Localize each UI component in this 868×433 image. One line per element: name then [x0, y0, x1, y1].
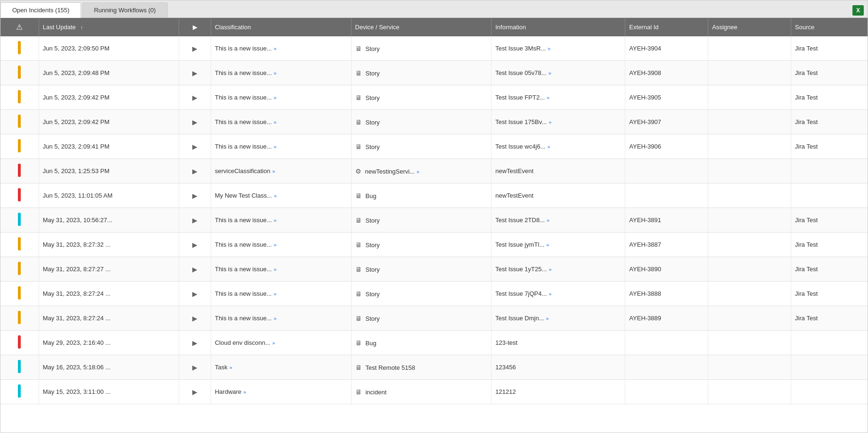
device-text: Story: [365, 45, 379, 52]
col-header-information[interactable]: Information: [491, 18, 625, 36]
table-row[interactable]: Jun 5, 2023, 2:09:42 PM▶This is a new is…: [0, 110, 868, 134]
information-link-arrow[interactable]: »: [546, 46, 550, 51]
play-button[interactable]: ▶: [192, 388, 197, 396]
play-button[interactable]: ▶: [192, 290, 197, 298]
play-cell[interactable]: ▶: [179, 306, 211, 331]
table-row[interactable]: Jun 5, 2023, 2:09:50 PM▶This is a new is…: [0, 36, 868, 61]
col-header-classification[interactable]: Classification: [211, 18, 351, 36]
information-link-arrow[interactable]: »: [545, 95, 549, 100]
classification-link-arrow[interactable]: »: [272, 70, 277, 76]
classification-link-arrow[interactable]: »: [272, 95, 277, 100]
device-link-arrow[interactable]: »: [415, 169, 419, 175]
table-row[interactable]: May 31, 2023, 8:27:27 ...▶This is a new …: [0, 257, 868, 282]
device-cell: 🖥 Story: [351, 257, 491, 282]
severity-bar: [18, 262, 21, 275]
play-cell[interactable]: ▶: [179, 355, 211, 380]
play-cell[interactable]: ▶: [179, 380, 211, 404]
information-link-arrow[interactable]: »: [547, 70, 551, 76]
table-row[interactable]: May 31, 2023, 10:56:27...▶This is a new …: [0, 208, 868, 233]
classification-cell: This is a new issue... »: [211, 282, 351, 306]
tab-open-incidents[interactable]: Open Incidents (155): [0, 2, 81, 18]
play-button[interactable]: ▶: [192, 216, 197, 224]
classification-link-arrow[interactable]: »: [271, 340, 275, 346]
device-cell: 🖥 Bug: [351, 331, 491, 355]
classification-link-arrow[interactable]: »: [272, 291, 277, 297]
information-link-arrow[interactable]: »: [547, 266, 551, 272]
device-cell: 🖥 incident: [351, 380, 491, 404]
table-row[interactable]: May 29, 2023, 2:16:40 ...▶Cloud env disc…: [0, 331, 868, 355]
externalid-cell: AYEH-3888: [625, 282, 708, 306]
play-cell[interactable]: ▶: [179, 110, 211, 134]
play-button[interactable]: ▶: [192, 241, 197, 249]
play-button[interactable]: ▶: [192, 45, 197, 52]
information-text: Test Issue 7jQP4...: [495, 290, 547, 297]
play-cell[interactable]: ▶: [179, 159, 211, 183]
table-row[interactable]: May 31, 2023, 8:27:24 ...▶This is a new …: [0, 306, 868, 331]
classification-link-arrow[interactable]: »: [242, 389, 246, 395]
classification-link-arrow[interactable]: »: [228, 365, 232, 370]
classification-link-arrow[interactable]: »: [272, 217, 277, 223]
classification-link-arrow[interactable]: »: [272, 46, 277, 51]
externalid-cell: AYEH-3887: [625, 233, 708, 257]
information-link-arrow[interactable]: »: [547, 119, 551, 125]
play-button[interactable]: ▶: [192, 69, 197, 77]
severity-bar: [18, 360, 21, 373]
col-header-device[interactable]: Device / Service: [351, 18, 491, 36]
severity-cell: [0, 257, 39, 282]
play-button[interactable]: ▶: [192, 143, 197, 150]
classification-link-arrow[interactable]: »: [272, 144, 277, 150]
information-link-arrow[interactable]: »: [545, 316, 549, 321]
classification-link-arrow[interactable]: »: [272, 242, 277, 248]
tab-running-workflows[interactable]: Running Workflows (0): [82, 2, 167, 17]
information-link-arrow[interactable]: »: [546, 144, 550, 150]
table-row[interactable]: Jun 5, 2023, 2:09:42 PM▶This is a new is…: [0, 85, 868, 110]
play-cell[interactable]: ▶: [179, 61, 211, 85]
assignee-cell: [708, 282, 791, 306]
excel-export-button[interactable]: X: [852, 5, 864, 16]
play-cell[interactable]: ▶: [179, 257, 211, 282]
play-button[interactable]: ▶: [192, 167, 197, 175]
play-cell[interactable]: ▶: [179, 134, 211, 159]
play-cell[interactable]: ▶: [179, 331, 211, 355]
classification-link-arrow[interactable]: »: [272, 119, 277, 125]
monitor-icon: 🖥: [355, 364, 364, 371]
table-row[interactable]: Jun 5, 2023, 1:25:53 PM▶serviceClassific…: [0, 159, 868, 183]
classification-text: This is a new issue...: [215, 241, 272, 248]
classification-link-arrow[interactable]: »: [272, 266, 277, 272]
monitor-icon: 🖥: [355, 266, 364, 273]
classification-link-arrow[interactable]: »: [272, 193, 277, 199]
table-row[interactable]: May 31, 2023, 8:27:24 ...▶This is a new …: [0, 282, 868, 306]
play-cell[interactable]: ▶: [179, 36, 211, 61]
table-row[interactable]: Jun 5, 2023, 2:09:48 PM▶This is a new is…: [0, 61, 868, 85]
col-header-externalid[interactable]: External Id: [625, 18, 708, 36]
play-cell[interactable]: ▶: [179, 183, 211, 208]
col-header-assignee[interactable]: Assignee: [708, 18, 791, 36]
table-row[interactable]: May 31, 2023, 8:27:32 ...▶This is a new …: [0, 233, 868, 257]
play-cell[interactable]: ▶: [179, 282, 211, 306]
information-text: newTestEvent: [495, 167, 533, 175]
play-cell[interactable]: ▶: [179, 85, 211, 110]
severity-cell: [0, 36, 39, 61]
device-text: Bug: [365, 192, 376, 200]
table-row[interactable]: Jun 5, 2023, 2:09:41 PM▶This is a new is…: [0, 134, 868, 159]
play-button[interactable]: ▶: [192, 364, 197, 371]
play-cell[interactable]: ▶: [179, 233, 211, 257]
play-button[interactable]: ▶: [192, 192, 197, 200]
play-button[interactable]: ▶: [192, 266, 197, 273]
play-button[interactable]: ▶: [192, 339, 197, 347]
severity-bar: [18, 213, 21, 226]
play-cell[interactable]: ▶: [179, 208, 211, 233]
table-row[interactable]: May 16, 2023, 5:18:06 ...▶Task »🖥 Test R…: [0, 355, 868, 380]
classification-link-arrow[interactable]: »: [271, 168, 275, 174]
play-button[interactable]: ▶: [192, 315, 197, 322]
play-button[interactable]: ▶: [192, 118, 197, 126]
information-link-arrow[interactable]: »: [545, 242, 549, 248]
table-row[interactable]: May 15, 2023, 3:11:00 ...▶Hardware »🖥 in…: [0, 380, 868, 404]
information-link-arrow[interactable]: »: [545, 217, 549, 223]
col-header-lastupdate[interactable]: Last Update ↑: [39, 18, 179, 36]
col-header-source[interactable]: Source: [791, 18, 868, 36]
table-row[interactable]: Jun 5, 2023, 11:01:05 AM▶My New Test Cla…: [0, 183, 868, 208]
information-link-arrow[interactable]: »: [547, 291, 551, 297]
classification-link-arrow[interactable]: »: [272, 316, 277, 321]
play-button[interactable]: ▶: [192, 94, 197, 101]
